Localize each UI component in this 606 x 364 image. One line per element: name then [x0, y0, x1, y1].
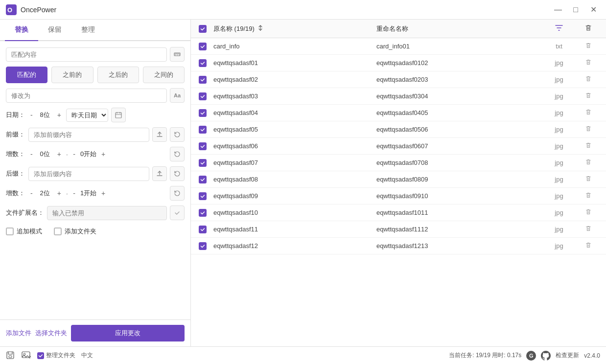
- file-checkbox[interactable]: [199, 92, 207, 100]
- file-checkbox[interactable]: [199, 142, 207, 150]
- file-checkbox[interactable]: [199, 209, 207, 217]
- file-checkbox-cell: [199, 109, 213, 117]
- suffix-row: 后缀：: [6, 166, 185, 181]
- inc2-minus1[interactable]: -: [28, 188, 35, 198]
- add-file-button[interactable]: 添加文件: [6, 329, 31, 338]
- append-mode-checkbox[interactable]: [6, 228, 14, 235]
- suffix-upload-icon[interactable]: [152, 166, 167, 181]
- file-checkbox[interactable]: [199, 126, 207, 134]
- add-folder-checkbox[interactable]: [54, 228, 62, 235]
- file-rename-name: eqwttqsadasf0405: [376, 109, 539, 116]
- file-trash-icon[interactable]: [585, 59, 592, 67]
- date-minus[interactable]: -: [28, 110, 35, 120]
- file-trash-icon[interactable]: [585, 225, 592, 233]
- header-trash-icon[interactable]: [584, 24, 592, 33]
- file-trash-icon[interactable]: [585, 192, 592, 200]
- file-checkbox[interactable]: [199, 59, 207, 67]
- file-ext: jpg: [539, 209, 579, 216]
- date-select[interactable]: 昨天日期: [66, 109, 108, 122]
- mode-btn-after[interactable]: 之后的: [97, 67, 139, 83]
- inc1-plus2[interactable]: +: [99, 149, 107, 159]
- tab-replace[interactable]: 替换: [5, 20, 38, 40]
- image-icon[interactable]: [22, 351, 31, 361]
- file-trash-icon[interactable]: [585, 42, 592, 50]
- file-checkbox[interactable]: [199, 43, 207, 50]
- prefix-row: 前缀：: [6, 127, 185, 142]
- file-trash-icon[interactable]: [585, 92, 592, 100]
- filter-icon[interactable]: [555, 26, 563, 34]
- file-trash-icon[interactable]: [585, 159, 592, 167]
- file-list: card_infocard_info01txt eqwttqsadasf01eq…: [191, 38, 606, 346]
- mode-btn-between[interactable]: 之间的: [143, 67, 185, 83]
- date-label: 日期：: [6, 111, 25, 119]
- maximize-button[interactable]: □: [569, 3, 583, 17]
- lang-label[interactable]: 中文: [81, 351, 93, 360]
- date-plus[interactable]: +: [55, 110, 63, 120]
- inc1-refresh-icon[interactable]: [170, 147, 185, 161]
- inc2-refresh-icon[interactable]: [170, 186, 185, 201]
- ruler-icon-btn[interactable]: [170, 47, 185, 62]
- file-trash-icon[interactable]: [585, 208, 592, 217]
- inc1-minus2[interactable]: -: [71, 149, 77, 159]
- file-trash-icon[interactable]: [585, 242, 592, 250]
- table-row: eqwttqsadasf01eqwttqsadasf0102jpg: [191, 55, 606, 71]
- file-delete-cell: [579, 42, 598, 50]
- file-checkbox[interactable]: [199, 176, 207, 183]
- inc2-plus2[interactable]: +: [99, 188, 107, 198]
- inc2-plus1[interactable]: +: [55, 188, 63, 198]
- add-folder-check[interactable]: 添加文件夹: [54, 227, 96, 236]
- append-mode-check[interactable]: 追加模式: [6, 227, 42, 236]
- file-rename-name: eqwttqsadasf0809: [376, 176, 539, 183]
- suffix-refresh-icon[interactable]: [170, 166, 185, 181]
- file-delete-cell: [579, 192, 598, 200]
- github-icon[interactable]: [541, 351, 551, 361]
- tab-organize[interactable]: 整理: [71, 20, 105, 40]
- prefix-input[interactable]: [28, 128, 149, 142]
- inc1-plus1[interactable]: +: [55, 149, 63, 159]
- mode-btn-before[interactable]: 之前的: [51, 67, 93, 83]
- inc1-label: 增数：: [6, 150, 25, 159]
- file-checkbox[interactable]: [199, 159, 207, 167]
- file-original-name: eqwttqsadasf07: [213, 159, 376, 166]
- file-trash-icon[interactable]: [585, 109, 592, 117]
- file-trash-icon[interactable]: [585, 75, 592, 84]
- file-checkbox-cell: [199, 192, 213, 200]
- inc2-minus2[interactable]: -: [71, 188, 77, 198]
- save-icon[interactable]: [6, 351, 16, 361]
- file-checkbox-cell: [199, 209, 213, 217]
- calendar-icon-btn[interactable]: [111, 108, 126, 122]
- modify-input[interactable]: [6, 89, 167, 103]
- table-row: eqwttqsadasf04eqwttqsadasf0405jpg: [191, 105, 606, 121]
- svg-rect-41: [9, 356, 12, 358]
- statusbar-checkbox[interactable]: [37, 352, 44, 359]
- minimize-button[interactable]: —: [551, 3, 565, 17]
- select-folder-button[interactable]: 选择文件夹: [35, 329, 67, 338]
- match-input[interactable]: [6, 47, 167, 62]
- check-row: 追加模式 添加文件夹: [6, 225, 185, 238]
- close-button[interactable]: ✕: [586, 3, 600, 17]
- table-row: eqwttqsadasf12eqwttqsadasf1213jpg: [191, 238, 606, 254]
- mode-btn-match[interactable]: 匹配的: [6, 67, 47, 83]
- prefix-refresh-icon[interactable]: [170, 127, 185, 142]
- header-checkbox[interactable]: [199, 25, 207, 33]
- sort-icon[interactable]: [256, 24, 264, 33]
- file-trash-icon[interactable]: [585, 175, 592, 183]
- file-checkbox[interactable]: [199, 226, 207, 233]
- suffix-input[interactable]: [28, 167, 149, 181]
- apply-button[interactable]: 应用更改: [71, 325, 185, 341]
- check-update-label[interactable]: 检查更新: [556, 351, 579, 360]
- case-icon-btn[interactable]: Aa: [170, 88, 185, 103]
- file-checkbox[interactable]: [199, 242, 207, 250]
- tab-keep[interactable]: 保留: [38, 20, 71, 40]
- ext-input: [47, 206, 167, 220]
- file-trash-icon[interactable]: [585, 142, 592, 150]
- prefix-upload-icon[interactable]: [152, 127, 167, 142]
- inc1-minus1[interactable]: -: [28, 149, 35, 159]
- ext-check-icon[interactable]: [170, 205, 185, 220]
- file-checkbox[interactable]: [199, 192, 207, 200]
- file-checkbox[interactable]: [199, 76, 207, 84]
- g-icon[interactable]: G: [526, 351, 536, 361]
- file-ext: jpg: [539, 242, 579, 250]
- file-checkbox[interactable]: [199, 109, 207, 117]
- file-trash-icon[interactable]: [585, 125, 592, 134]
